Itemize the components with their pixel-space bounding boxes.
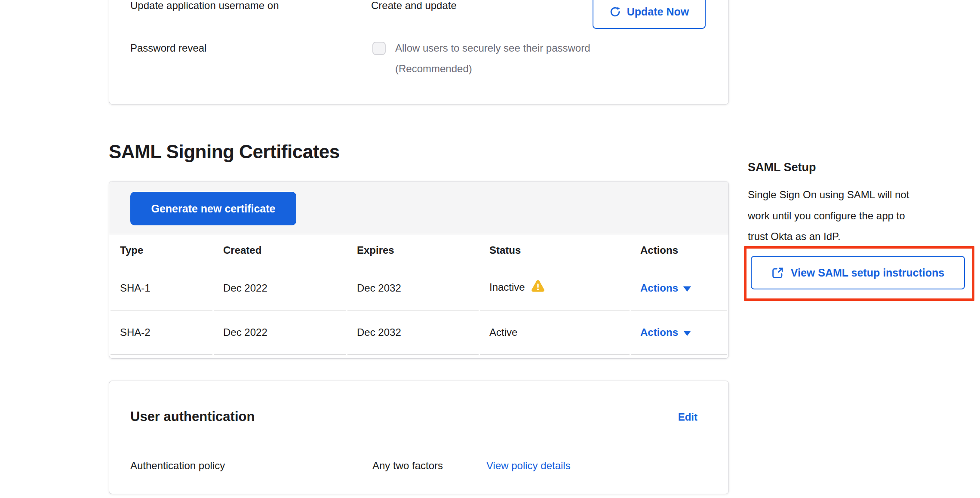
view-policy-details-link[interactable]: View policy details — [486, 458, 571, 473]
cert-actions: Actions — [631, 310, 727, 355]
table-row: SHA-1 Dec 2022 Dec 2032 Inactive — [111, 266, 727, 310]
password-reveal-checkbox[interactable] — [372, 42, 386, 55]
cert-type: SHA-1 — [111, 266, 212, 310]
sign-on-settings-card: Update application username on Create an… — [109, 0, 729, 105]
username-update-label: Update application username on — [130, 0, 279, 12]
generate-certificate-button[interactable]: Generate new certificate — [130, 192, 296, 225]
update-now-label: Update Now — [627, 6, 689, 18]
view-saml-instructions-label: View SAML setup instructions — [791, 267, 944, 279]
cert-created: Dec 2022 — [214, 266, 346, 310]
col-header-created: Created — [214, 234, 346, 266]
password-reveal-label: Password reveal — [130, 41, 206, 55]
authentication-policy-label: Authentication policy — [130, 458, 225, 473]
warning-icon — [531, 280, 545, 295]
user-authentication-title: User authentication — [130, 408, 255, 426]
user-authentication-card: User authentication Edit Authentication … — [109, 381, 729, 494]
saml-signing-certificates-title: SAML Signing Certificates — [109, 141, 340, 163]
status-text: Inactive — [489, 281, 525, 293]
col-header-status: Status — [480, 234, 630, 266]
chevron-down-icon — [683, 331, 691, 336]
cert-status: Inactive — [480, 266, 630, 310]
cert-status: Active — [480, 310, 630, 355]
page: Update application username on Create an… — [0, 0, 980, 498]
certificates-toolbar: Generate new certificate — [109, 181, 728, 234]
col-header-expires: Expires — [347, 234, 479, 266]
table-row: SHA-2 Dec 2022 Dec 2032 Active Actions — [111, 310, 727, 355]
password-reveal-option-label: Allow users to securely see their passwo… — [395, 38, 590, 79]
cert-actions: Actions — [631, 266, 727, 310]
view-saml-instructions-button[interactable]: View SAML setup instructions — [751, 256, 965, 289]
saml-setup-description: Single Sign On using SAML will not work … — [748, 184, 909, 247]
col-header-type: Type — [111, 234, 212, 266]
username-update-value: Create and update — [371, 0, 457, 12]
actions-label: Actions — [640, 282, 678, 294]
edit-link[interactable]: Edit — [678, 411, 697, 423]
table-header-row: Type Created Expires Status Actions — [111, 234, 727, 266]
refresh-icon — [609, 6, 621, 18]
external-link-icon — [771, 267, 784, 279]
authentication-policy-value: Any two factors — [372, 458, 443, 473]
cert-expires: Dec 2032 — [347, 266, 479, 310]
certificates-card: Generate new certificate Type Created Ex… — [109, 181, 729, 359]
status-text: Active — [489, 326, 517, 338]
col-header-actions: Actions — [631, 234, 727, 266]
certificates-table: Type Created Expires Status Actions SHA-… — [109, 234, 728, 355]
actions-label: Actions — [640, 326, 678, 338]
cert-type: SHA-2 — [111, 310, 212, 355]
cert-expires: Dec 2032 — [347, 310, 479, 355]
saml-setup-title: SAML Setup — [748, 160, 816, 175]
cert-created: Dec 2022 — [214, 310, 346, 355]
chevron-down-icon — [683, 286, 691, 292]
update-now-button[interactable]: Update Now — [593, 0, 706, 29]
actions-dropdown[interactable]: Actions — [640, 326, 691, 338]
actions-dropdown[interactable]: Actions — [640, 282, 691, 294]
